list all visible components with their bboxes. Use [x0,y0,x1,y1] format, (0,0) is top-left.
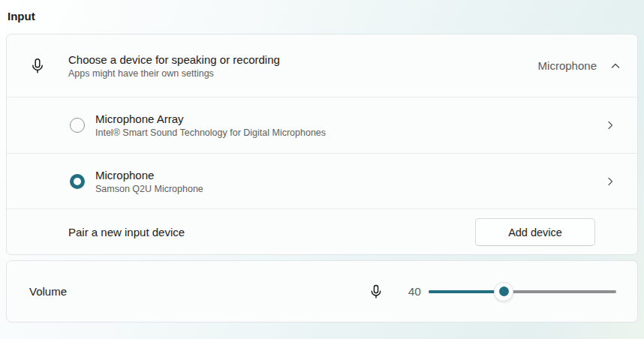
device-text: Microphone Array Intel® Smart Sound Tech… [95,112,604,138]
microphone-icon [367,283,385,301]
device-row-microphone[interactable]: Microphone Samson Q2U Microphone [7,153,637,208]
chevron-right-icon[interactable] [604,119,616,131]
device-description: Samson Q2U Microphone [95,184,604,194]
volume-label: Volume [29,285,67,298]
microphone-icon [28,56,47,76]
volume-card: Volume 40 [6,260,638,322]
device-name: Microphone [95,169,604,182]
device-text: Microphone Samson Q2U Microphone [95,169,604,194]
device-description: Intel® Smart Sound Technology for Digita… [95,128,604,138]
chevron-up-icon[interactable] [610,61,621,71]
pair-device-row: Pair a new input device Add device [7,208,637,255]
volume-row: Volume 40 [7,261,637,322]
add-device-button[interactable]: Add device [475,218,595,246]
pair-device-label: Pair a new input device [68,226,475,238]
volume-slider-thumb[interactable] [494,282,513,302]
chevron-right-icon[interactable] [604,176,616,188]
radio-selected[interactable] [70,174,85,189]
device-chooser-title: Choose a device for speaking or recordin… [68,53,538,66]
volume-slider-thumb-dot [499,286,509,296]
device-chooser-expander[interactable]: Choose a device for speaking or recordin… [7,34,637,97]
device-row-microphone-array[interactable]: Microphone Array Intel® Smart Sound Tech… [7,97,637,153]
page-section-title: Input [8,10,35,22]
device-chooser-text: Choose a device for speaking or recordin… [68,53,538,79]
device-chooser-subtitle: Apps might have their own settings [68,68,538,79]
volume-slider-fill [429,290,504,293]
volume-value: 40 [403,285,421,298]
input-devices-card: Choose a device for speaking or recordin… [6,34,638,255]
selected-device-value: Microphone [538,59,597,72]
device-name: Microphone Array [95,112,604,125]
radio-unselected[interactable] [70,118,85,133]
volume-slider[interactable] [429,282,616,302]
